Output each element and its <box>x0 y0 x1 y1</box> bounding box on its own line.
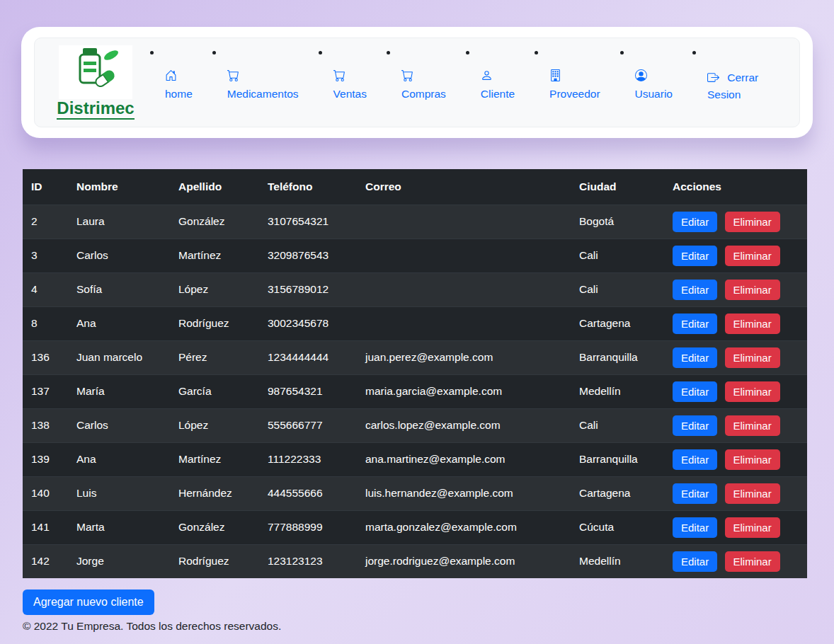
cell-apellido: González <box>170 510 259 544</box>
cell-nombre: Jorge <box>68 544 170 578</box>
cell-telefono: 123123123 <box>259 544 357 578</box>
brand-logo[interactable]: Distrimec <box>56 45 135 119</box>
client-table-body: 2 Laura González 3107654321 Bogotá Edita… <box>23 205 807 578</box>
person-icon <box>481 69 493 81</box>
cell-apellido: García <box>170 374 259 408</box>
brand-name: Distrimec <box>57 99 134 119</box>
edit-button[interactable]: Editar <box>673 280 717 300</box>
table-row: 140 Luis Hernández 444555666 luis.hernan… <box>23 476 807 510</box>
cell-correo: juan.perez@example.com <box>357 340 571 374</box>
cart-icon <box>401 69 413 81</box>
column-header-correo: Correo <box>357 169 571 205</box>
cell-nombre: Carlos <box>68 238 170 272</box>
cell-ciudad: Barranquilla <box>571 442 664 476</box>
delete-button[interactable]: Eliminar <box>725 381 780 402</box>
nav-item-home[interactable]: home <box>165 69 193 100</box>
edit-button[interactable]: Editar <box>673 551 717 572</box>
edit-button[interactable]: Editar <box>673 347 717 368</box>
bullet-dot <box>319 51 322 54</box>
nav-label-cliente: Cliente <box>481 88 515 100</box>
table-row: 139 Ana Martínez 111222333 ana.martinez@… <box>23 442 807 476</box>
cell-nombre: Ana <box>68 442 170 476</box>
delete-button[interactable]: Eliminar <box>725 517 780 538</box>
edit-button[interactable]: Editar <box>673 314 717 334</box>
cell-acciones: Editar Eliminar <box>664 408 807 442</box>
main-content: ID Nombre Apellido Teléfono Correo Ciuda… <box>23 169 807 578</box>
column-header-ciudad: Ciudad <box>571 169 664 205</box>
nav-label-usuario: Usuario <box>635 88 673 100</box>
cell-id: 140 <box>23 476 68 510</box>
nav-item-compras[interactable]: Compras <box>401 69 446 100</box>
delete-button[interactable]: Eliminar <box>725 246 780 266</box>
cell-id: 139 <box>23 442 68 476</box>
nav-item-cliente[interactable]: Cliente <box>481 69 515 100</box>
delete-button[interactable]: Eliminar <box>725 280 780 300</box>
edit-button[interactable]: Editar <box>673 246 717 266</box>
cell-correo: jorge.rodriguez@example.com <box>357 544 571 578</box>
cell-id: 137 <box>23 374 68 408</box>
table-row: 8 Ana Rodríguez 3002345678 Cartagena Edi… <box>23 306 807 340</box>
nav-item-cerrar-sesion[interactable]: Cerrar Sesion <box>707 69 762 103</box>
cell-acciones: Editar Eliminar <box>664 306 807 340</box>
nav-item-ventas[interactable]: Ventas <box>333 69 367 100</box>
cell-apellido: Pérez <box>170 340 259 374</box>
delete-button[interactable]: Eliminar <box>725 449 780 470</box>
bullet-dot <box>212 51 216 54</box>
cell-ciudad: Medellín <box>571 374 664 408</box>
cell-telefono: 1234444444 <box>259 340 357 374</box>
person-circle-icon <box>635 69 647 81</box>
cell-acciones: Editar Eliminar <box>664 510 807 544</box>
bullet-dot <box>466 51 469 54</box>
delete-button[interactable]: Eliminar <box>725 415 780 436</box>
add-client-button[interactable]: Agregar nuevo cliente <box>23 590 154 615</box>
bullet-dot <box>692 51 696 54</box>
nav-menu: home Medicamentos Ventas Compras Cliente <box>165 69 775 103</box>
column-header-telefono: Teléfono <box>259 169 357 205</box>
nav-label-ventas: Ventas <box>333 88 367 100</box>
edit-button[interactable]: Editar <box>673 212 717 232</box>
table-row: 137 María García 987654321 maria.garcia@… <box>23 374 807 408</box>
column-header-acciones: Acciones <box>664 169 807 205</box>
cell-apellido: Martínez <box>170 442 259 476</box>
bullet-dot <box>535 51 538 54</box>
cell-ciudad: Cali <box>571 272 664 306</box>
edit-button[interactable]: Editar <box>673 483 717 504</box>
home-icon <box>165 69 177 81</box>
table-row: 141 Marta González 777888999 marta.gonza… <box>23 510 807 544</box>
cell-telefono: 3156789012 <box>259 272 357 306</box>
cell-apellido: Rodríguez <box>170 544 259 578</box>
cell-nombre: Juan marcelo <box>68 340 170 374</box>
cell-ciudad: Cartagena <box>571 306 664 340</box>
edit-button[interactable]: Editar <box>673 381 717 402</box>
delete-button[interactable]: Eliminar <box>725 347 780 368</box>
delete-button[interactable]: Eliminar <box>725 483 780 504</box>
cell-acciones: Editar Eliminar <box>664 205 807 238</box>
cell-telefono: 3107654321 <box>259 205 357 238</box>
cell-nombre: Ana <box>68 306 170 340</box>
nav-item-medicamentos[interactable]: Medicamentos <box>227 69 299 100</box>
nav-item-usuario[interactable]: Usuario <box>635 69 673 100</box>
column-header-id: ID <box>23 169 68 205</box>
table-row: 2 Laura González 3107654321 Bogotá Edita… <box>23 205 807 238</box>
table-row: 4 Sofía López 3156789012 Cali Editar Eli… <box>23 272 807 306</box>
cell-nombre: Marta <box>68 510 170 544</box>
cell-id: 138 <box>23 408 68 442</box>
cell-nombre: Laura <box>68 205 170 238</box>
edit-button[interactable]: Editar <box>673 517 717 538</box>
cell-telefono: 111222333 <box>259 442 357 476</box>
delete-button[interactable]: Eliminar <box>725 212 780 232</box>
nav-label-home: home <box>165 88 193 100</box>
cell-acciones: Editar Eliminar <box>664 476 807 510</box>
edit-button[interactable]: Editar <box>673 449 717 470</box>
cell-apellido: López <box>170 408 259 442</box>
delete-button[interactable]: Eliminar <box>725 551 780 572</box>
cell-correo <box>357 238 571 272</box>
cell-telefono: 777888999 <box>259 510 357 544</box>
cell-correo: marta.gonzalez@example.com <box>357 510 571 544</box>
delete-button[interactable]: Eliminar <box>725 314 780 334</box>
table-row: 136 Juan marcelo Pérez 1234444444 juan.p… <box>23 340 807 374</box>
edit-button[interactable]: Editar <box>673 415 717 436</box>
nav-item-proveedor[interactable]: Proveedor <box>549 69 600 100</box>
cell-apellido: Martínez <box>170 238 259 272</box>
cell-acciones: Editar Eliminar <box>664 238 807 272</box>
